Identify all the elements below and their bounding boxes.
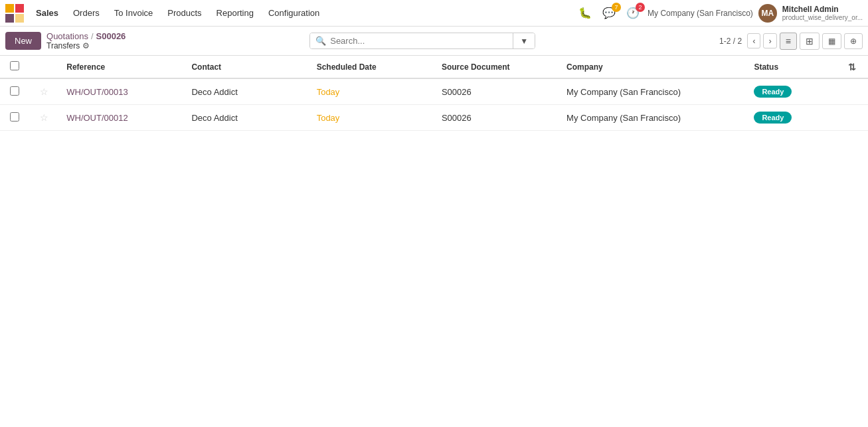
table-header-row: Reference Contact Scheduled Date Source … xyxy=(0,56,868,78)
topnav-menu: Sales Orders To Invoice Products Reporti… xyxy=(29,4,573,22)
company-name: My Company (San Francisco) xyxy=(648,9,753,18)
topnav-right: 🐛 💬 7 🕐 2 My Company (San Francisco) MA … xyxy=(576,4,863,23)
transfers-table: Reference Contact Scheduled Date Source … xyxy=(0,56,868,131)
row1-reference-link[interactable]: WH/OUT/00013 xyxy=(66,87,128,97)
menu-reporting[interactable]: Reporting xyxy=(210,4,260,22)
row2-contact: Deco Addict xyxy=(183,105,308,131)
row1-star-cell: ☆ xyxy=(30,78,59,105)
search-input[interactable] xyxy=(330,36,507,46)
select-all-checkbox[interactable] xyxy=(10,61,19,70)
row1-scheduled-date: Today xyxy=(309,78,434,105)
row2-date-value: Today xyxy=(317,113,340,123)
row1-contact: Deco Addict xyxy=(183,78,308,105)
row2-scheduled-date: Today xyxy=(309,105,434,131)
bug-icon: 🐛 xyxy=(578,7,592,19)
user-info: Mitchell Admin product_wise_delivery_or.… xyxy=(782,5,863,21)
status-header[interactable]: Status xyxy=(746,56,839,78)
chat-icon-btn[interactable]: 💬 7 xyxy=(600,4,618,22)
menu-products[interactable]: Products xyxy=(161,4,208,22)
contact-header[interactable]: Contact xyxy=(183,56,308,78)
filter-header: ⇅ xyxy=(840,56,868,78)
search-dropdown-button[interactable]: ▼ xyxy=(513,33,535,48)
app-logo[interactable] xyxy=(5,4,24,23)
row1-star-icon[interactable]: ☆ xyxy=(40,86,48,97)
row2-checkbox[interactable] xyxy=(10,112,19,122)
menu-sales[interactable]: Sales xyxy=(29,4,65,22)
menu-to-invoice[interactable]: To Invoice xyxy=(108,4,160,22)
select-all-header xyxy=(0,56,30,78)
row1-date-value: Today xyxy=(317,87,340,97)
row1-source-document: S00026 xyxy=(434,78,559,105)
new-button[interactable]: New xyxy=(5,32,41,50)
breadcrumb-block: Quotations / S00026 Transfers ⚙ xyxy=(46,31,126,50)
row1-reference[interactable]: WH/OUT/00013 xyxy=(58,78,183,105)
row2-checkbox-cell xyxy=(0,105,30,131)
gear-icon[interactable]: ⚙ xyxy=(82,41,90,50)
row1-actions xyxy=(840,78,868,105)
breadcrumb-sub-label: Transfers xyxy=(46,41,80,50)
svg-rect-0 xyxy=(5,4,14,13)
search-icon: 🔍 xyxy=(315,36,326,46)
table-body: ☆ WH/OUT/00013 Deco Addict Today S00026 … xyxy=(0,78,868,131)
row2-status-badge: Ready xyxy=(754,112,792,124)
search-wrapper: 🔍 xyxy=(310,33,513,48)
prev-page-button[interactable]: ‹ xyxy=(747,33,760,48)
search-area: 🔍 ▼ xyxy=(131,33,714,49)
source-document-header[interactable]: Source Document xyxy=(434,56,559,78)
row1-company: My Company (San Francisco) xyxy=(559,78,746,105)
kanban-view-button[interactable]: ⊞ xyxy=(800,33,820,50)
svg-rect-1 xyxy=(15,4,24,13)
table-row: ☆ WH/OUT/00013 Deco Addict Today S00026 … xyxy=(0,78,868,105)
row2-actions xyxy=(840,105,868,131)
row1-checkbox-cell xyxy=(0,78,30,105)
calendar-view-button[interactable]: ▦ xyxy=(822,33,841,49)
pagination-info: 1-2 / 2 xyxy=(719,37,742,46)
row2-reference-link[interactable]: WH/OUT/00012 xyxy=(66,113,128,123)
breadcrumb-top: Quotations / S00026 xyxy=(46,31,126,41)
row1-checkbox[interactable] xyxy=(10,86,19,96)
chat-badge: 7 xyxy=(612,3,621,12)
reference-header[interactable]: Reference xyxy=(58,56,183,78)
user-subtitle: product_wise_delivery_or... xyxy=(782,14,863,21)
scheduled-date-header[interactable]: Scheduled Date xyxy=(309,56,434,78)
view-controls: 1-2 / 2 ‹ › ≡ ⊞ ▦ ⊕ xyxy=(719,33,863,50)
table-row: ☆ WH/OUT/00012 Deco Addict Today S00026 … xyxy=(0,105,868,131)
svg-rect-3 xyxy=(15,14,24,23)
user-name: Mitchell Admin xyxy=(782,5,863,14)
row2-reference[interactable]: WH/OUT/00012 xyxy=(58,105,183,131)
company-header[interactable]: Company xyxy=(559,56,746,78)
activity-badge: 2 xyxy=(636,3,645,12)
row1-status: Ready xyxy=(746,78,839,105)
star-header xyxy=(30,56,59,78)
actionbar: New Quotations / S00026 Transfers ⚙ 🔍 ▼ … xyxy=(0,27,868,56)
menu-orders[interactable]: Orders xyxy=(66,4,106,22)
row2-star-icon[interactable]: ☆ xyxy=(40,112,48,123)
row1-status-badge: Ready xyxy=(754,86,792,98)
list-view-button[interactable]: ≡ xyxy=(780,33,797,50)
row2-status: Ready xyxy=(746,105,839,131)
column-filter-icon[interactable]: ⇅ xyxy=(848,62,856,72)
menu-configuration[interactable]: Configuration xyxy=(262,4,326,22)
next-page-button[interactable]: › xyxy=(763,33,776,48)
map-view-button[interactable]: ⊕ xyxy=(844,33,863,49)
row2-star-cell: ☆ xyxy=(30,105,59,131)
activity-icon-btn[interactable]: 🕐 2 xyxy=(624,4,642,22)
breadcrumb-separator: / xyxy=(91,31,94,41)
row2-company: My Company (San Francisco) xyxy=(559,105,746,131)
bug-icon-btn[interactable]: 🐛 xyxy=(576,4,594,22)
avatar[interactable]: MA xyxy=(758,4,777,23)
breadcrumb-current: S00026 xyxy=(96,31,126,41)
row2-source-document: S00026 xyxy=(434,105,559,131)
table-container: Reference Contact Scheduled Date Source … xyxy=(0,56,868,131)
svg-rect-2 xyxy=(5,14,14,23)
breadcrumb-parent[interactable]: Quotations xyxy=(46,31,88,41)
topnav: Sales Orders To Invoice Products Reporti… xyxy=(0,0,868,27)
breadcrumb-bottom: Transfers ⚙ xyxy=(46,41,126,50)
